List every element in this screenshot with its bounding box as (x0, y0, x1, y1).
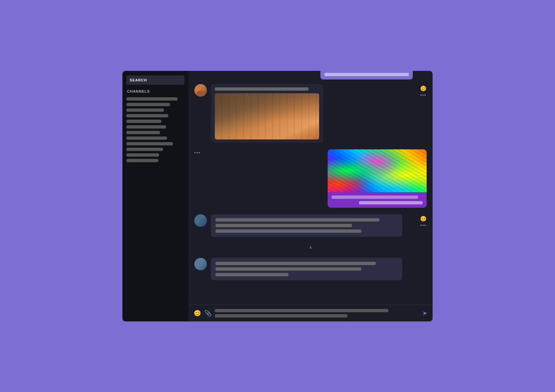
studio-image (215, 93, 319, 139)
input-bar: 😊 📎 ➤ (188, 305, 433, 321)
app-container: SEARCH CHANNELS (122, 71, 433, 321)
emoji-reaction-button[interactable]: 😊 (420, 216, 427, 222)
message-card (211, 84, 323, 143)
right-message-card (328, 149, 427, 208)
text-bubble (211, 214, 402, 237)
right-card-bar1 (332, 196, 418, 199)
top-floating-card (320, 71, 413, 79)
avatar (194, 258, 207, 270)
message-content (211, 258, 427, 280)
avatar (194, 214, 207, 227)
channels-list (126, 97, 184, 162)
more-options-button[interactable]: ••• (420, 93, 427, 98)
colorful-art-image (328, 149, 427, 192)
text-line (215, 267, 361, 271)
emoji-picker-button[interactable]: 😊 (194, 310, 201, 317)
channel-item[interactable] (126, 120, 161, 123)
right-card-body (328, 192, 427, 208)
channel-item[interactable] (126, 159, 158, 162)
channel-item[interactable] (126, 103, 170, 106)
message-actions-right: ••• (194, 149, 201, 208)
channel-item[interactable] (126, 153, 159, 157)
more-options-button[interactable]: ••• (420, 223, 427, 228)
message-top-bar (215, 87, 309, 91)
top-card-bar2 (324, 73, 409, 76)
text-line (215, 273, 288, 276)
channel-item[interactable] (126, 114, 168, 117)
channels-label: CHANNELS (126, 88, 184, 94)
chevron-up-icon: ∧ (309, 245, 312, 250)
message-row (194, 258, 427, 280)
sidebar: SEARCH CHANNELS (122, 71, 188, 321)
message-actions: 😊 ••• (420, 214, 427, 228)
input-line-1 (215, 309, 388, 312)
more-options-button[interactable]: ••• (194, 151, 201, 155)
right-message-row: ••• (194, 149, 427, 208)
message-image (215, 93, 319, 139)
message-input[interactable] (215, 309, 419, 317)
send-button[interactable]: ➤ (422, 310, 427, 317)
search-bar[interactable]: SEARCH (126, 75, 184, 85)
message-row: 😊 ••• (194, 84, 427, 143)
channel-item[interactable] (126, 131, 160, 134)
text-line (215, 224, 352, 227)
separator: ∧ (194, 243, 427, 251)
attachment-button[interactable]: 📎 (204, 310, 212, 317)
messages-scroll[interactable]: 😊 ••• ••• (188, 71, 433, 305)
channel-item[interactable] (126, 148, 163, 151)
avatar (194, 84, 207, 97)
message-row: 😊 ••• (194, 214, 427, 237)
channel-item[interactable] (126, 125, 166, 129)
channel-item[interactable] (126, 142, 173, 145)
message-content (211, 214, 416, 237)
chat-area: 😊 ••• ••• (188, 71, 433, 321)
channel-item[interactable] (126, 97, 178, 101)
message-content (211, 84, 416, 143)
channel-item[interactable] (126, 108, 164, 112)
text-line (215, 262, 376, 265)
text-line (215, 218, 379, 222)
input-line-2 (215, 314, 347, 317)
text-line (215, 229, 361, 233)
right-card-bar2 (359, 201, 423, 204)
channel-item[interactable] (126, 136, 167, 140)
text-bubble (211, 258, 402, 280)
emoji-reaction-button[interactable]: 😊 (420, 85, 427, 92)
message-actions: 😊 ••• (420, 84, 427, 98)
